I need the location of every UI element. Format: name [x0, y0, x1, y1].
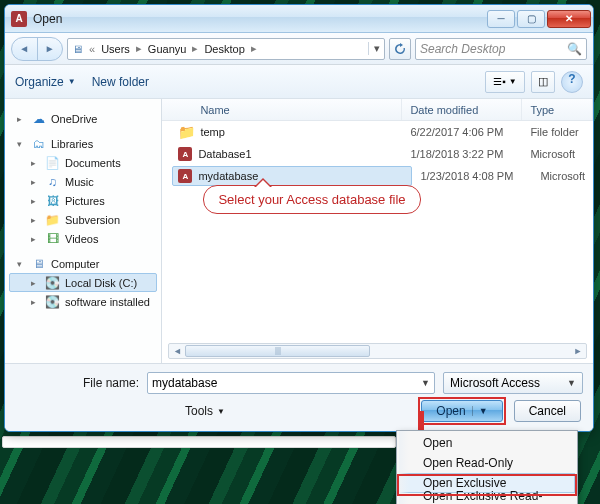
titlebar: A Open ─ ▢ ✕	[5, 5, 593, 33]
refresh-button[interactable]	[389, 38, 411, 60]
file-row[interactable]: A Database1 1/18/2018 3:22 PM Microsoft	[162, 143, 593, 165]
file-row[interactable]: 📁 temp 6/22/2017 4:06 PM File folder	[162, 121, 593, 143]
chevron-down-icon[interactable]: ▼	[567, 378, 576, 388]
tree-software-installed[interactable]: 💽 software installed	[9, 292, 157, 311]
computer-icon: 🖥	[31, 256, 46, 271]
folder-icon: 📁	[178, 124, 194, 140]
path-dropdown-icon[interactable]: ▾	[368, 42, 384, 55]
annotation-callout: Select your Access database file	[203, 185, 421, 214]
tree-local-disk-c[interactable]: 💽 Local Disk (C:)	[9, 273, 157, 292]
tree-libraries[interactable]: 🗂 Libraries	[9, 134, 157, 153]
preview-pane-button[interactable]: ◫	[531, 71, 555, 93]
filename-input[interactable]: mydatabase▼	[147, 372, 435, 394]
disk-icon: 💽	[45, 275, 60, 290]
breadcrumb[interactable]: 🖥 « Users▸ Guanyu▸ Desktop▸ ▾	[67, 38, 385, 60]
tools-dropdown[interactable]: Tools▼	[15, 404, 225, 418]
address-bar-row: ◄ ► 🖥 « Users▸ Guanyu▸ Desktop▸ ▾ Search…	[5, 33, 593, 65]
file-row-selected[interactable]: A mydatabase 1/23/2018 4:08 PM Microsoft	[162, 165, 593, 187]
window-title: Open	[33, 12, 62, 26]
open-mode-menu[interactable]: Open Open Read-Only Open Exclusive Open …	[396, 430, 578, 504]
tree-onedrive[interactable]: ☁ OneDrive	[9, 109, 157, 128]
access-file-icon: A	[178, 147, 192, 161]
tree-music[interactable]: ♫ Music	[9, 172, 157, 191]
search-icon: 🔍	[567, 42, 582, 56]
onedrive-icon: ☁	[31, 111, 46, 126]
nav-back-forward[interactable]: ◄ ►	[11, 37, 63, 61]
disk-icon: 💽	[45, 294, 60, 309]
file-list[interactable]: Name Date modified Type 📁 temp 6/22/2017…	[162, 99, 593, 363]
preview-pane-icon: ◫	[538, 75, 548, 88]
menu-open-exclusive-readonly[interactable]: Open Exclusive Read-Only	[399, 493, 575, 504]
subversion-icon: 📁	[45, 212, 60, 227]
open-dialog: A Open ─ ▢ ✕ ◄ ► 🖥 « Users▸ Guanyu▸ Desk…	[4, 4, 594, 432]
nav-forward-icon[interactable]: ►	[38, 38, 63, 60]
refresh-icon	[394, 43, 406, 55]
tree-pictures[interactable]: 🖼 Pictures	[9, 191, 157, 210]
chevron-down-icon[interactable]: ▼	[421, 378, 430, 388]
horizontal-scrollbar[interactable]: ◄ ►	[168, 343, 587, 359]
col-date[interactable]: Date modified	[402, 99, 522, 120]
tree-computer[interactable]: 🖥 Computer	[9, 254, 157, 273]
toolbar: Organize▼ New folder ☰▪ ▼ ◫ ?	[5, 65, 593, 99]
help-button[interactable]: ?	[561, 71, 583, 93]
open-split-button[interactable]: Open ▼	[421, 400, 502, 422]
col-type[interactable]: Type	[522, 99, 593, 120]
music-icon: ♫	[45, 174, 60, 189]
open-dropdown-icon[interactable]: ▼	[472, 406, 488, 416]
annotation-open-button-highlight: Open ▼	[418, 397, 505, 425]
filename-label: File name:	[15, 376, 139, 390]
organize-button[interactable]: Organize▼	[15, 75, 76, 89]
column-headers[interactable]: Name Date modified Type	[162, 99, 593, 121]
scroll-right-icon[interactable]: ►	[570, 346, 586, 356]
close-button[interactable]: ✕	[547, 10, 591, 28]
documents-icon: 📄	[45, 155, 60, 170]
list-view-icon: ☰▪	[493, 76, 506, 87]
bottom-panel: File name: mydatabase▼ Microsoft Access▼…	[5, 363, 593, 431]
tree-subversion[interactable]: 📁 Subversion	[9, 210, 157, 229]
view-switch-button[interactable]: ☰▪ ▼	[485, 71, 525, 93]
libraries-icon: 🗂	[31, 136, 46, 151]
new-folder-button[interactable]: New folder	[92, 75, 149, 89]
maximize-button[interactable]: ▢	[517, 10, 545, 28]
tree-videos[interactable]: 🎞 Videos	[9, 229, 157, 248]
col-name[interactable]: Name	[162, 99, 402, 120]
scroll-left-icon[interactable]: ◄	[169, 346, 185, 356]
nav-back-icon[interactable]: ◄	[12, 38, 38, 60]
access-file-icon: A	[178, 169, 192, 183]
breadcrumb-root-icon: 🖥	[72, 43, 85, 55]
file-type-filter[interactable]: Microsoft Access▼	[443, 372, 583, 394]
menu-open[interactable]: Open	[399, 433, 575, 453]
pictures-icon: 🖼	[45, 193, 60, 208]
minimize-button[interactable]: ─	[487, 10, 515, 28]
tree-documents[interactable]: 📄 Documents	[9, 153, 157, 172]
search-input[interactable]: Search Desktop 🔍	[415, 38, 587, 60]
navigation-pane[interactable]: ☁ OneDrive 🗂 Libraries 📄 Documents ♫ Mus…	[5, 99, 162, 363]
cancel-button[interactable]: Cancel	[514, 400, 581, 422]
menu-open-readonly[interactable]: Open Read-Only	[399, 453, 575, 473]
videos-icon: 🎞	[45, 231, 60, 246]
access-app-icon: A	[11, 11, 27, 27]
